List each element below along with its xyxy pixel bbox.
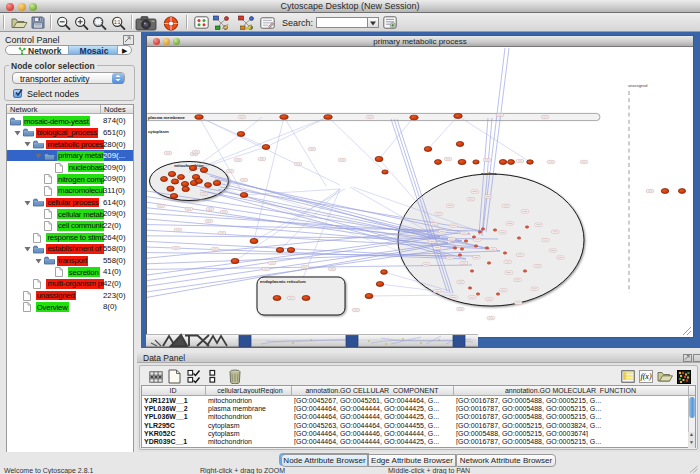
svg-text:nucleus: nucleus (481, 171, 497, 176)
svg-text:cytoplasm: cytoplasm (148, 129, 169, 134)
svg-text:plasma membrane: plasma membrane (148, 115, 185, 120)
svg-text:1:1: 1:1 (114, 20, 121, 25)
svg-text:endoplasmic reticulum: endoplasmic reticulum (260, 279, 306, 284)
svg-text:unassigned: unassigned (628, 84, 647, 88)
